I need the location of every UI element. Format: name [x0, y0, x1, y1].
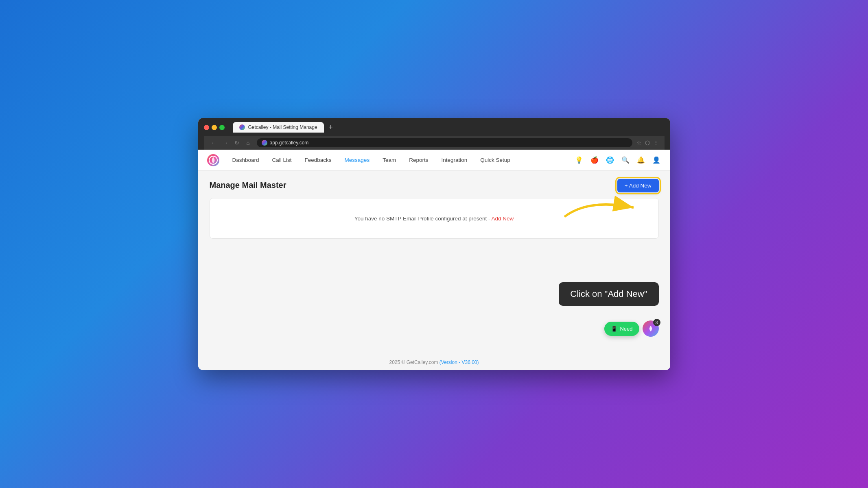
add-new-button[interactable]: + Add New — [617, 179, 659, 192]
nav-item-quick-setup[interactable]: Quick Setup — [474, 154, 516, 166]
title-bar: Getcalley - Mail Setting Manage + — [204, 122, 665, 133]
annotation-tooltip: Click on "Add New" — [559, 282, 658, 306]
main-area-wrapper: Manage Mail Master + Add New You have no… — [198, 171, 670, 370]
traffic-lights — [204, 125, 225, 130]
close-light[interactable] — [204, 125, 209, 130]
badge-count: 3 — [653, 319, 660, 326]
active-tab[interactable]: Getcalley - Mail Setting Manage — [233, 122, 324, 133]
address-text: app.getcalley.com — [270, 140, 309, 146]
site-favicon — [262, 140, 267, 146]
toolbar-icons: ☆ ⬡ ⋮ — [636, 139, 659, 146]
forward-button[interactable]: → — [221, 138, 230, 147]
content-card: You have no SMTP Email Profile configure… — [210, 198, 659, 239]
lamp-icon[interactable]: 💡 — [573, 155, 585, 166]
address-bar: ← → ↻ ⌂ app.getcalley.com ☆ ⬡ ⋮ — [204, 136, 665, 150]
main-area: Manage Mail Master + Add New You have no… — [198, 171, 670, 355]
tab-bar: Getcalley - Mail Setting Manage + — [233, 122, 336, 133]
nav-item-feedbacks[interactable]: Feedbacks — [299, 154, 337, 166]
version-link[interactable]: (Version - V36.00) — [439, 359, 479, 365]
minimize-light[interactable] — [212, 125, 217, 130]
nav-item-integration[interactable]: Integration — [435, 154, 473, 166]
top-nav: Dashboard Call List Feedbacks Messages T… — [198, 150, 670, 171]
whatsapp-label: Need — [620, 326, 632, 332]
nav-item-call-list[interactable]: Call List — [267, 154, 297, 166]
home-button[interactable]: ⌂ — [244, 138, 253, 147]
app-content: Dashboard Call List Feedbacks Messages T… — [198, 150, 670, 370]
logo-icon — [209, 156, 218, 165]
empty-text: You have no SMTP Email Profile configure… — [354, 216, 492, 222]
footer-text: 2025 © GetCalley.com — [389, 359, 439, 365]
search-icon[interactable]: 🔍 — [620, 155, 631, 166]
add-new-link[interactable]: Add New — [492, 216, 514, 222]
nav-item-messages[interactable]: Messages — [339, 154, 376, 166]
extensions-icon[interactable]: ⬡ — [645, 139, 650, 146]
new-tab-button[interactable]: + — [326, 122, 336, 133]
bell-icon[interactable]: 🔔 — [635, 155, 647, 166]
calley-chat-badge[interactable]: 3 — [643, 320, 659, 337]
bookmark-icon[interactable]: ☆ — [636, 139, 642, 146]
globe-icon[interactable]: 🌐 — [604, 155, 616, 166]
nav-right: 💡 🍎 🌐 🔍 🔔 👤 — [573, 155, 662, 166]
browser-chrome: Getcalley - Mail Setting Manage + ← → ↻ … — [198, 118, 670, 150]
whatsapp-icon: 📱 — [611, 326, 617, 332]
nav-items: Dashboard Call List Feedbacks Messages T… — [227, 154, 573, 166]
apple-icon[interactable]: 🍎 — [589, 155, 600, 166]
menu-icon[interactable]: ⋮ — [653, 139, 659, 146]
calley-badge-icon — [647, 325, 655, 333]
logo[interactable] — [206, 153, 220, 167]
tab-favicon — [239, 124, 245, 130]
nav-buttons: ← → ↻ ⌂ — [210, 138, 253, 147]
back-button[interactable]: ← — [210, 138, 219, 147]
page-title: Manage Mail Master — [210, 181, 659, 190]
empty-message: You have no SMTP Email Profile configure… — [354, 216, 514, 222]
nav-item-dashboard[interactable]: Dashboard — [227, 154, 265, 166]
footer: 2025 © GetCalley.com (Version - V36.00) — [198, 355, 670, 370]
nav-item-reports[interactable]: Reports — [403, 154, 434, 166]
maximize-light[interactable] — [219, 125, 225, 130]
whatsapp-button[interactable]: 📱 Need — [604, 322, 639, 336]
browser-window: Getcalley - Mail Setting Manage + ← → ↻ … — [198, 118, 670, 370]
address-input[interactable]: app.getcalley.com — [257, 138, 632, 147]
tab-title: Getcalley - Mail Setting Manage — [248, 124, 317, 130]
logo-shape — [207, 154, 219, 166]
nav-item-team[interactable]: Team — [377, 154, 402, 166]
user-icon[interactable]: 👤 — [651, 155, 662, 166]
chat-widget: 📱 Need 3 — [604, 320, 658, 337]
refresh-button[interactable]: ↻ — [232, 138, 241, 147]
